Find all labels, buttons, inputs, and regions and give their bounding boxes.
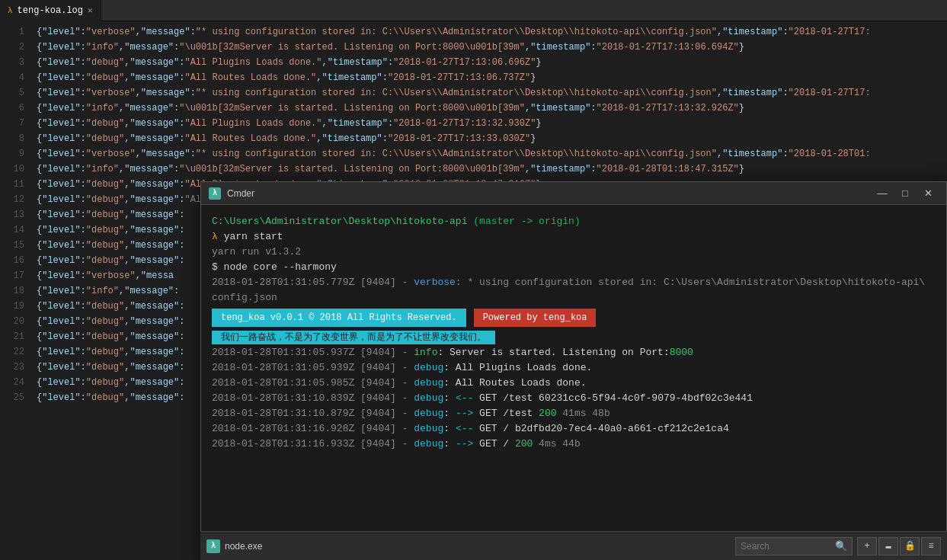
command-line: λ yarn start bbox=[212, 229, 936, 245]
log-line-10: {"level":"info","message":"\u001b[32mSer… bbox=[37, 162, 941, 177]
debug-log-line-4: 2018-01-28T01:31:10.879Z [9404] - debug:… bbox=[212, 406, 936, 421]
debug1-timestamp: 2018-01-28T01:31:05.939Z [9404] - bbox=[212, 362, 414, 373]
log-line-5: {"level":"verbose","message":"* using co… bbox=[37, 85, 941, 101]
config-colon: : * using configuration stored in: C:\Us… bbox=[456, 277, 925, 288]
debug4-pre: : bbox=[443, 408, 456, 419]
taskbar: λ node.exe 🔍 + ▬ 🔒 ≡ bbox=[200, 531, 947, 560]
tab-label: teng-koa.log bbox=[18, 5, 83, 16]
log-line-1: {"level":"verbose","message":"* using co… bbox=[37, 24, 941, 40]
debug4-method: GET /test bbox=[473, 408, 539, 419]
yarn-version-text: yarn run v1.3.2 bbox=[212, 246, 301, 258]
info-log-line: 2018-01-28T01:31:05.937Z [9404] - info: … bbox=[212, 345, 936, 360]
debug3-method: GET bbox=[473, 392, 503, 404]
taskbar-right-buttons: + ▬ 🔒 ≡ bbox=[857, 537, 941, 555]
tab-icon: λ bbox=[8, 6, 13, 15]
taskbar-title-text: node.exe bbox=[225, 541, 731, 552]
menu-button[interactable]: ≡ bbox=[921, 537, 941, 555]
tab-bar: λ teng-koa.log ✕ bbox=[0, 0, 947, 21]
split-button[interactable]: ▬ bbox=[878, 537, 898, 555]
search-icon[interactable]: 🔍 bbox=[835, 540, 847, 552]
info-timestamp: 2018-01-28T01:31:05.937Z [9404] - bbox=[212, 347, 414, 358]
debug3-level: debug bbox=[414, 392, 443, 404]
debug2-level: debug bbox=[414, 377, 443, 389]
search-input[interactable] bbox=[741, 541, 832, 552]
node-command-line: $ node core --harmony bbox=[212, 260, 936, 275]
debug5-url: / b2dfbd20-7ec4-40a0-a661-cf212c2e1ca4 bbox=[503, 423, 728, 434]
config-json-line: config.json bbox=[212, 290, 936, 306]
debug6-arrow: --> bbox=[456, 438, 473, 450]
config-timestamp: 2018-01-28T01:31:05.779Z [9404] - bbox=[212, 277, 414, 288]
tab-close-icon[interactable]: ✕ bbox=[88, 5, 93, 15]
branch-text: (master -> origin) bbox=[473, 216, 580, 227]
log-line-9: {"level":"verbose","message":"* using co… bbox=[37, 146, 941, 162]
banner-right-text: Powered by teng_koa bbox=[474, 309, 597, 327]
debug4-status: 200 bbox=[539, 408, 556, 419]
debug3-url: /test 60231cc6-5f94-4c0f-9079-4bdf02c3e4… bbox=[503, 392, 753, 404]
debug6-timestamp: 2018-01-28T01:31:16.933Z [9404] - bbox=[212, 438, 414, 450]
debug-log-line-3: 2018-01-28T01:31:10.839Z [9404] - debug:… bbox=[212, 391, 936, 406]
log-line-7: {"level":"debug","message":"All Plugins … bbox=[37, 116, 941, 131]
log-line-2: {"level":"info","message":"\u001b[32mSer… bbox=[37, 40, 941, 55]
info-level: info bbox=[414, 347, 437, 358]
log-line-6: {"level":"info","message":"\u001b[32mSer… bbox=[37, 101, 941, 116]
debug2-timestamp: 2018-01-28T01:31:05.985Z [9404] - bbox=[212, 377, 414, 389]
banner-chinese-text: 我们一路奋战，不是为了改变世界，而是为了不让世界改变我们。 bbox=[212, 331, 495, 344]
debug5-method: GET bbox=[473, 423, 503, 434]
lock-button[interactable]: 🔒 bbox=[900, 537, 920, 555]
debug1-level: debug bbox=[414, 362, 443, 373]
debug4-timestamp: 2018-01-28T01:31:10.879Z [9404] - bbox=[212, 408, 414, 419]
log-line-3: {"level":"debug","message":"All Plugins … bbox=[37, 55, 941, 70]
config-level: verbose bbox=[414, 277, 456, 288]
debug1-message: : All Plugins Loads done. bbox=[443, 362, 592, 373]
debug5-pre: : bbox=[443, 423, 456, 434]
debug4-level: debug bbox=[414, 408, 443, 419]
config-log-line: 2018-01-28T01:31:05.779Z [9404] - verbos… bbox=[212, 275, 936, 290]
banner-left-text: teng_koa v0.0.1 © 2018 All Rights Reserv… bbox=[212, 309, 466, 327]
yarn-version-line: yarn run v1.3.2 bbox=[212, 245, 936, 260]
path-text: C:\Users\Administrator\Desktop\hitokoto-… bbox=[212, 216, 467, 227]
node-command-text: $ node core --harmony bbox=[212, 261, 337, 273]
cmder-icon: λ bbox=[209, 187, 221, 200]
debug-log-line-5: 2018-01-28T01:31:16.928Z [9404] - debug:… bbox=[212, 421, 936, 437]
lambda-icon: λ bbox=[212, 231, 218, 242]
debug3-arrow: <-- bbox=[456, 392, 473, 404]
info-port: 8000 bbox=[670, 347, 693, 358]
debug4-arrow: --> bbox=[456, 408, 473, 419]
config-json-text: config.json bbox=[212, 292, 277, 303]
cmder-body[interactable]: C:\Users\Administrator\Desktop\hitokoto-… bbox=[201, 205, 946, 560]
debug4-timing: 41ms 48b bbox=[557, 408, 610, 419]
banner-row: teng_koa v0.0.1 © 2018 All Rights Reserv… bbox=[212, 309, 936, 327]
log-tab[interactable]: λ teng-koa.log ✕ bbox=[0, 0, 101, 21]
debug-log-line-2: 2018-01-28T01:31:05.985Z [9404] - debug:… bbox=[212, 376, 936, 391]
log-line-8: {"level":"debug","message":"All Routes L… bbox=[37, 131, 941, 146]
close-button[interactable]: ✕ bbox=[917, 185, 939, 202]
debug3-timestamp: 2018-01-28T01:31:10.839Z [9404] - bbox=[212, 392, 414, 404]
search-box[interactable]: 🔍 bbox=[735, 537, 853, 555]
taskbar-icon: λ bbox=[206, 539, 220, 553]
debug-log-line-1: 2018-01-28T01:31:05.939Z [9404] - debug:… bbox=[212, 360, 936, 376]
cmder-title: Cmder bbox=[227, 188, 870, 199]
debug2-message: : All Routes Loads done. bbox=[443, 377, 586, 389]
debug3-pre: : bbox=[443, 392, 456, 404]
info-message: : Server is started. Listening on Port: bbox=[437, 347, 669, 358]
debug6-timing: 4ms 44b bbox=[533, 438, 580, 450]
prompt-line-1: C:\Users\Administrator\Desktop\hitokoto-… bbox=[212, 214, 936, 229]
log-line-4: {"level":"debug","message":"All Routes L… bbox=[37, 70, 941, 85]
debug6-level: debug bbox=[414, 438, 443, 450]
cmder-window: λ Cmder — □ ✕ C:\Users\Administrator\Des… bbox=[200, 181, 947, 560]
debug5-timestamp: 2018-01-28T01:31:16.928Z [9404] - bbox=[212, 423, 414, 434]
debug6-pre: : bbox=[443, 438, 456, 450]
banner-chinese-row: 我们一路奋战，不是为了改变世界，而是为了不让世界改变我们。 bbox=[212, 330, 936, 345]
minimize-button[interactable]: — bbox=[872, 185, 893, 202]
debug6-status: 200 bbox=[515, 438, 533, 450]
line-numbers: 12345 678910 1112131415 1617181920 21222… bbox=[0, 21, 30, 560]
debug5-arrow: <-- bbox=[456, 423, 473, 434]
add-tab-button[interactable]: + bbox=[857, 537, 877, 555]
maximize-button[interactable]: □ bbox=[894, 185, 916, 202]
debug6-method: GET / bbox=[473, 438, 515, 450]
debug5-level: debug bbox=[414, 423, 443, 434]
cmder-titlebar: λ Cmder — □ ✕ bbox=[201, 182, 946, 205]
command-text: yarn start bbox=[224, 231, 283, 242]
debug-log-line-6: 2018-01-28T01:31:16.933Z [9404] - debug:… bbox=[212, 437, 936, 452]
